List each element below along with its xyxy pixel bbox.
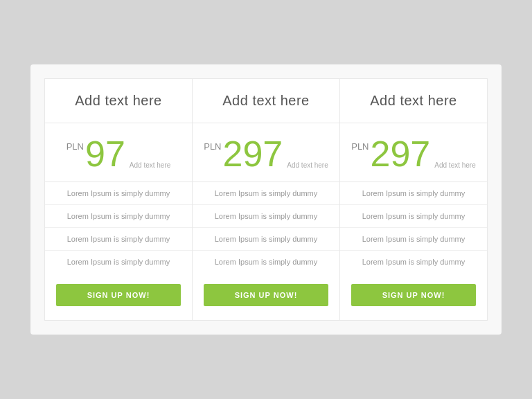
col-1-feature-1: Lorem Ipsum is simply dummy	[45, 182, 192, 205]
col-3-feature-3: Lorem Ipsum is simply dummy	[340, 228, 487, 251]
col-3-feature-1: Lorem Ipsum is simply dummy	[340, 182, 487, 205]
col-1-price-sub: Add text here	[130, 161, 170, 169]
col-3-features: Lorem Ipsum is simply dummyLorem Ipsum i…	[340, 182, 487, 273]
col-3-currency: PLN	[351, 141, 369, 152]
col-1-header: Add text here	[45, 79, 192, 123]
col-2-feature-3: Lorem Ipsum is simply dummy	[193, 228, 339, 251]
col-1-feature-4: Lorem Ipsum is simply dummy	[45, 251, 192, 273]
pricing-col-2: Add text herePLN297Add text hereLorem Ip…	[192, 78, 339, 321]
col-3-feature-2: Lorem Ipsum is simply dummy	[340, 205, 487, 228]
col-2-price-number: 297	[223, 136, 283, 172]
col-2-price-area: PLN297Add text here	[193, 123, 339, 182]
col-2-header: Add text here	[193, 79, 339, 123]
col-1-features: Lorem Ipsum is simply dummyLorem Ipsum i…	[45, 182, 192, 273]
col-1-currency: PLN	[66, 141, 84, 152]
col-1-signup-button[interactable]: SIGN UP NOW!	[56, 284, 181, 306]
col-2-signup-button[interactable]: SIGN UP NOW!	[204, 284, 328, 306]
pricing-col-1: Add text herePLN97Add text hereLorem Ips…	[44, 78, 192, 321]
col-2-feature-4: Lorem Ipsum is simply dummy	[193, 251, 339, 273]
col-3-signup-button[interactable]: SIGN UP NOW!	[351, 284, 476, 306]
col-2-currency: PLN	[204, 141, 221, 152]
col-1-feature-3: Lorem Ipsum is simply dummy	[45, 228, 192, 251]
col-2-feature-2: Lorem Ipsum is simply dummy	[193, 205, 339, 228]
col-3-price-area: PLN297Add text here	[340, 123, 487, 182]
col-1-feature-2: Lorem Ipsum is simply dummy	[45, 205, 192, 228]
col-2-price-sub: Add text here	[287, 161, 328, 169]
col-3-price-sub: Add text here	[434, 161, 475, 169]
col-2-features: Lorem Ipsum is simply dummyLorem Ipsum i…	[193, 182, 339, 273]
col-3-feature-4: Lorem Ipsum is simply dummy	[340, 251, 487, 273]
col-1-price-number: 97	[85, 136, 125, 172]
col-1-signup-area: SIGN UP NOW!	[45, 273, 192, 320]
pricing-table: Add text herePLN97Add text hereLorem Ips…	[30, 64, 502, 335]
col-3-header: Add text here	[340, 79, 487, 123]
col-2-signup-area: SIGN UP NOW!	[193, 273, 339, 320]
col-1-price-area: PLN97Add text here	[45, 123, 192, 182]
col-3-signup-area: SIGN UP NOW!	[340, 273, 487, 320]
pricing-col-3: Add text herePLN297Add text hereLorem Ip…	[339, 78, 488, 321]
col-3-price-number: 297	[371, 136, 431, 172]
col-2-feature-1: Lorem Ipsum is simply dummy	[193, 182, 339, 205]
